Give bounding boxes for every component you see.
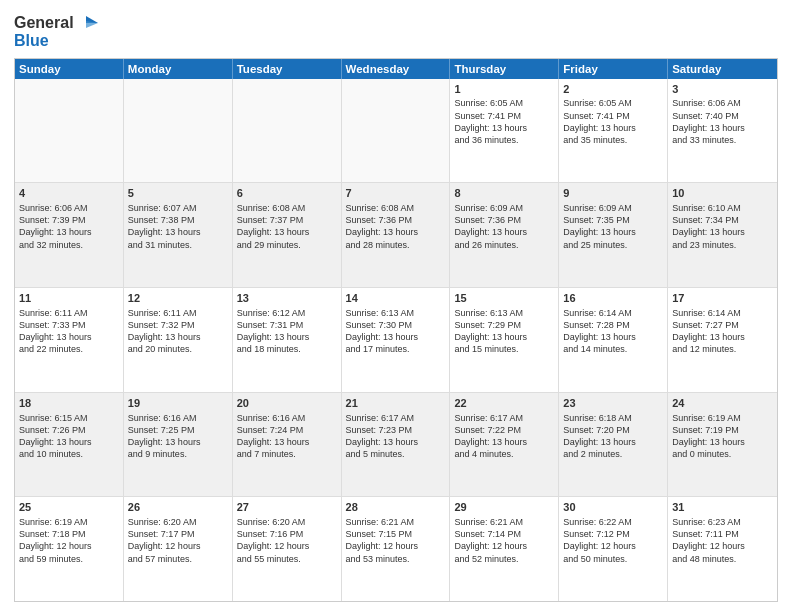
calendar-cell: 2Sunrise: 6:05 AM Sunset: 7:41 PM Daylig… xyxy=(559,79,668,183)
day-number: 29 xyxy=(454,500,554,515)
logo-blue: Blue xyxy=(14,32,98,50)
cell-sun-info: Sunrise: 6:15 AM Sunset: 7:26 PM Dayligh… xyxy=(19,412,119,461)
cell-sun-info: Sunrise: 6:08 AM Sunset: 7:37 PM Dayligh… xyxy=(237,202,337,251)
calendar-cell: 27Sunrise: 6:20 AM Sunset: 7:16 PM Dayli… xyxy=(233,497,342,601)
calendar-cell: 6Sunrise: 6:08 AM Sunset: 7:37 PM Daylig… xyxy=(233,183,342,287)
cell-sun-info: Sunrise: 6:18 AM Sunset: 7:20 PM Dayligh… xyxy=(563,412,663,461)
cell-sun-info: Sunrise: 6:05 AM Sunset: 7:41 PM Dayligh… xyxy=(563,97,663,146)
cell-sun-info: Sunrise: 6:11 AM Sunset: 7:33 PM Dayligh… xyxy=(19,307,119,356)
day-number: 20 xyxy=(237,396,337,411)
calendar-week-row: 4Sunrise: 6:06 AM Sunset: 7:39 PM Daylig… xyxy=(15,183,777,288)
calendar-cell: 18Sunrise: 6:15 AM Sunset: 7:26 PM Dayli… xyxy=(15,393,124,497)
day-number: 9 xyxy=(563,186,663,201)
calendar-week-row: 1Sunrise: 6:05 AM Sunset: 7:41 PM Daylig… xyxy=(15,79,777,184)
calendar-cell: 30Sunrise: 6:22 AM Sunset: 7:12 PM Dayli… xyxy=(559,497,668,601)
calendar-header-day: Sunday xyxy=(15,59,124,79)
cell-sun-info: Sunrise: 6:07 AM Sunset: 7:38 PM Dayligh… xyxy=(128,202,228,251)
header: General Blue xyxy=(14,10,778,50)
day-number: 10 xyxy=(672,186,773,201)
calendar-cell: 13Sunrise: 6:12 AM Sunset: 7:31 PM Dayli… xyxy=(233,288,342,392)
calendar-cell: 10Sunrise: 6:10 AM Sunset: 7:34 PM Dayli… xyxy=(668,183,777,287)
day-number: 14 xyxy=(346,291,446,306)
calendar-cell: 14Sunrise: 6:13 AM Sunset: 7:30 PM Dayli… xyxy=(342,288,451,392)
day-number: 21 xyxy=(346,396,446,411)
day-number: 31 xyxy=(672,500,773,515)
cell-sun-info: Sunrise: 6:20 AM Sunset: 7:17 PM Dayligh… xyxy=(128,516,228,565)
calendar-header-day: Tuesday xyxy=(233,59,342,79)
calendar-cell: 24Sunrise: 6:19 AM Sunset: 7:19 PM Dayli… xyxy=(668,393,777,497)
calendar-week-row: 11Sunrise: 6:11 AM Sunset: 7:33 PM Dayli… xyxy=(15,288,777,393)
calendar-header-row: SundayMondayTuesdayWednesdayThursdayFrid… xyxy=(15,59,777,79)
calendar-cell: 29Sunrise: 6:21 AM Sunset: 7:14 PM Dayli… xyxy=(450,497,559,601)
cell-sun-info: Sunrise: 6:20 AM Sunset: 7:16 PM Dayligh… xyxy=(237,516,337,565)
cell-sun-info: Sunrise: 6:16 AM Sunset: 7:25 PM Dayligh… xyxy=(128,412,228,461)
calendar-header-day: Wednesday xyxy=(342,59,451,79)
calendar-cell: 23Sunrise: 6:18 AM Sunset: 7:20 PM Dayli… xyxy=(559,393,668,497)
calendar-header-day: Saturday xyxy=(668,59,777,79)
calendar-cell: 26Sunrise: 6:20 AM Sunset: 7:17 PM Dayli… xyxy=(124,497,233,601)
day-number: 4 xyxy=(19,186,119,201)
day-number: 6 xyxy=(237,186,337,201)
calendar-cell: 31Sunrise: 6:23 AM Sunset: 7:11 PM Dayli… xyxy=(668,497,777,601)
day-number: 24 xyxy=(672,396,773,411)
cell-sun-info: Sunrise: 6:14 AM Sunset: 7:27 PM Dayligh… xyxy=(672,307,773,356)
calendar-cell: 28Sunrise: 6:21 AM Sunset: 7:15 PM Dayli… xyxy=(342,497,451,601)
calendar-cell: 12Sunrise: 6:11 AM Sunset: 7:32 PM Dayli… xyxy=(124,288,233,392)
day-number: 11 xyxy=(19,291,119,306)
calendar-cell-empty xyxy=(124,79,233,183)
calendar-week-row: 18Sunrise: 6:15 AM Sunset: 7:26 PM Dayli… xyxy=(15,393,777,498)
calendar-cell: 8Sunrise: 6:09 AM Sunset: 7:36 PM Daylig… xyxy=(450,183,559,287)
calendar-cell-empty xyxy=(15,79,124,183)
day-number: 1 xyxy=(454,82,554,97)
cell-sun-info: Sunrise: 6:09 AM Sunset: 7:36 PM Dayligh… xyxy=(454,202,554,251)
calendar-cell-empty xyxy=(342,79,451,183)
calendar-header-day: Friday xyxy=(559,59,668,79)
logo-general: General xyxy=(14,14,74,32)
cell-sun-info: Sunrise: 6:19 AM Sunset: 7:19 PM Dayligh… xyxy=(672,412,773,461)
cell-sun-info: Sunrise: 6:09 AM Sunset: 7:35 PM Dayligh… xyxy=(563,202,663,251)
day-number: 17 xyxy=(672,291,773,306)
calendar-cell: 22Sunrise: 6:17 AM Sunset: 7:22 PM Dayli… xyxy=(450,393,559,497)
calendar-cell: 16Sunrise: 6:14 AM Sunset: 7:28 PM Dayli… xyxy=(559,288,668,392)
day-number: 23 xyxy=(563,396,663,411)
cell-sun-info: Sunrise: 6:10 AM Sunset: 7:34 PM Dayligh… xyxy=(672,202,773,251)
calendar-cell: 7Sunrise: 6:08 AM Sunset: 7:36 PM Daylig… xyxy=(342,183,451,287)
cell-sun-info: Sunrise: 6:17 AM Sunset: 7:23 PM Dayligh… xyxy=(346,412,446,461)
cell-sun-info: Sunrise: 6:14 AM Sunset: 7:28 PM Dayligh… xyxy=(563,307,663,356)
cell-sun-info: Sunrise: 6:21 AM Sunset: 7:14 PM Dayligh… xyxy=(454,516,554,565)
cell-sun-info: Sunrise: 6:06 AM Sunset: 7:39 PM Dayligh… xyxy=(19,202,119,251)
cell-sun-info: Sunrise: 6:11 AM Sunset: 7:32 PM Dayligh… xyxy=(128,307,228,356)
logo-bird-icon xyxy=(76,14,98,32)
cell-sun-info: Sunrise: 6:08 AM Sunset: 7:36 PM Dayligh… xyxy=(346,202,446,251)
day-number: 18 xyxy=(19,396,119,411)
day-number: 28 xyxy=(346,500,446,515)
calendar-cell: 11Sunrise: 6:11 AM Sunset: 7:33 PM Dayli… xyxy=(15,288,124,392)
cell-sun-info: Sunrise: 6:23 AM Sunset: 7:11 PM Dayligh… xyxy=(672,516,773,565)
calendar-cell: 21Sunrise: 6:17 AM Sunset: 7:23 PM Dayli… xyxy=(342,393,451,497)
calendar: SundayMondayTuesdayWednesdayThursdayFrid… xyxy=(14,58,778,602)
cell-sun-info: Sunrise: 6:12 AM Sunset: 7:31 PM Dayligh… xyxy=(237,307,337,356)
calendar-cell: 9Sunrise: 6:09 AM Sunset: 7:35 PM Daylig… xyxy=(559,183,668,287)
day-number: 2 xyxy=(563,82,663,97)
cell-sun-info: Sunrise: 6:17 AM Sunset: 7:22 PM Dayligh… xyxy=(454,412,554,461)
cell-sun-info: Sunrise: 6:16 AM Sunset: 7:24 PM Dayligh… xyxy=(237,412,337,461)
cell-sun-info: Sunrise: 6:21 AM Sunset: 7:15 PM Dayligh… xyxy=(346,516,446,565)
cell-sun-info: Sunrise: 6:22 AM Sunset: 7:12 PM Dayligh… xyxy=(563,516,663,565)
calendar-cell: 3Sunrise: 6:06 AM Sunset: 7:40 PM Daylig… xyxy=(668,79,777,183)
day-number: 26 xyxy=(128,500,228,515)
calendar-cell-empty xyxy=(233,79,342,183)
logo: General Blue xyxy=(14,14,98,50)
day-number: 19 xyxy=(128,396,228,411)
day-number: 5 xyxy=(128,186,228,201)
cell-sun-info: Sunrise: 6:13 AM Sunset: 7:29 PM Dayligh… xyxy=(454,307,554,356)
cell-sun-info: Sunrise: 6:05 AM Sunset: 7:41 PM Dayligh… xyxy=(454,97,554,146)
calendar-week-row: 25Sunrise: 6:19 AM Sunset: 7:18 PM Dayli… xyxy=(15,497,777,601)
day-number: 22 xyxy=(454,396,554,411)
calendar-cell: 20Sunrise: 6:16 AM Sunset: 7:24 PM Dayli… xyxy=(233,393,342,497)
day-number: 25 xyxy=(19,500,119,515)
page: General Blue SundayMondayTuesdayWednesda… xyxy=(0,0,792,612)
calendar-header-day: Thursday xyxy=(450,59,559,79)
cell-sun-info: Sunrise: 6:19 AM Sunset: 7:18 PM Dayligh… xyxy=(19,516,119,565)
day-number: 12 xyxy=(128,291,228,306)
calendar-body: 1Sunrise: 6:05 AM Sunset: 7:41 PM Daylig… xyxy=(15,79,777,601)
